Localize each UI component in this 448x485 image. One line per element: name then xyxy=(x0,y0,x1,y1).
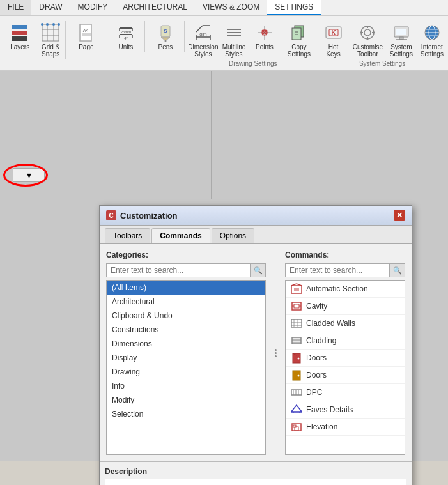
svg-text:S: S xyxy=(164,28,167,34)
menu-draw[interactable]: DRAW xyxy=(31,0,70,15)
points-button[interactable]: Points xyxy=(251,21,279,59)
svg-rect-43 xyxy=(292,28,301,40)
system-settings-label: System Settings xyxy=(359,60,405,67)
grid-snaps-button[interactable]: Grid &Snaps xyxy=(36,21,65,59)
category-item-display[interactable]: Display xyxy=(107,351,265,365)
category-item-all[interactable]: (All Items) xyxy=(107,281,265,295)
cladding-icon xyxy=(291,335,302,346)
category-item-drawing[interactable]: Drawing xyxy=(107,365,265,379)
pens-label: Pens xyxy=(158,43,173,50)
svg-point-9 xyxy=(46,23,49,26)
copy-settings-button[interactable]: Copy Settings xyxy=(281,21,317,59)
category-item-info[interactable]: Info xyxy=(107,379,265,393)
ml-label: MultilineStyles xyxy=(222,43,246,58)
svg-rect-1 xyxy=(12,31,27,35)
svg-rect-12 xyxy=(80,24,91,41)
category-item-arch[interactable]: Architectural xyxy=(107,295,265,309)
tab-toolbars[interactable]: Toolbars xyxy=(105,228,150,243)
cmd-doors-1[interactable]: Doors xyxy=(286,350,405,367)
layers-button[interactable]: Layers xyxy=(6,21,34,59)
svg-point-10 xyxy=(52,23,55,26)
svg-point-11 xyxy=(58,23,60,26)
customization-dialog: C Customization ✕ Toolbars Commands Opti… xyxy=(99,205,412,485)
description-label: Description xyxy=(105,467,406,476)
customise-toolbar-button[interactable]: CustomiseToolbar xyxy=(351,21,385,59)
svg-text:4": 4" xyxy=(124,36,127,40)
svg-rect-0 xyxy=(12,25,27,29)
commands-search-button[interactable]: 🔍 xyxy=(389,264,405,277)
commands-list: Automatic Section Cavity xyxy=(285,280,405,455)
cmd-cladding[interactable]: Cladding xyxy=(286,332,405,350)
cmd-dpc[interactable]: DPC xyxy=(286,384,405,401)
ribbon-content: Layers xyxy=(0,19,448,70)
commands-label: Commands: xyxy=(285,250,405,259)
svg-line-31 xyxy=(196,26,203,32)
dim-label: DimensionStyles xyxy=(188,43,218,58)
multiline-styles-button[interactable]: MultilineStyles xyxy=(220,21,248,59)
cladded-walls-icon xyxy=(291,318,302,329)
tab-commands[interactable]: Commands xyxy=(151,228,210,243)
menu-modify[interactable]: MODIFY xyxy=(70,0,116,15)
cmd-cladding-label: Cladding xyxy=(306,336,336,345)
splitter-dot-3 xyxy=(275,355,277,357)
cmd-eaves[interactable]: Eaves Details xyxy=(286,401,405,419)
menu-views-zoom[interactable]: VIEWS & ZOOM xyxy=(195,0,267,15)
dimension-styles-button[interactable]: dim DimensionStyles xyxy=(189,21,217,59)
categories-list: (All Items) Architectural Clipboard & Un… xyxy=(106,280,266,455)
splitter-dot-1 xyxy=(275,349,277,351)
category-item-constructions[interactable]: Constructions xyxy=(107,323,265,337)
units-icon: 26mm 4" xyxy=(116,22,136,43)
dialog-titlebar: C Customization ✕ xyxy=(100,206,412,226)
commands-search-input[interactable] xyxy=(286,264,389,277)
drawing-settings-label: Drawing Settings xyxy=(229,60,277,67)
category-item-modify[interactable]: Modify xyxy=(107,393,265,407)
svg-rect-72 xyxy=(294,304,299,308)
category-item-dimensions[interactable]: Dimensions xyxy=(107,337,265,351)
svg-text:26mm: 26mm xyxy=(121,30,132,34)
svg-point-50 xyxy=(364,29,371,36)
cavity-icon xyxy=(291,300,302,312)
cmd-elevation[interactable]: Elevation xyxy=(286,419,405,436)
panel-splitter[interactable] xyxy=(272,250,279,455)
tab-options[interactable]: Options xyxy=(212,228,254,243)
svg-text:K: K xyxy=(331,29,336,36)
svg-text:dim: dim xyxy=(199,32,206,36)
auto-section-icon xyxy=(291,283,302,295)
ribbon-drawing-items: dim DimensionStyles MultilineStyles xyxy=(189,21,317,59)
dpc-icon xyxy=(291,387,302,398)
vertical-divider xyxy=(211,71,212,199)
cmd-auto-section[interactable]: Automatic Section xyxy=(286,281,405,298)
hotkeys-icon: K xyxy=(323,22,344,43)
splitter-dot-2 xyxy=(275,352,277,354)
cmd-doors-2[interactable]: Doors xyxy=(286,367,405,384)
layers-label: Layers xyxy=(10,43,29,50)
units-label: Units xyxy=(118,43,133,50)
cmd-cladded-walls[interactable]: Cladded Walls xyxy=(286,315,405,332)
internet-settings-button[interactable]: InternetSettings xyxy=(418,21,446,59)
svg-text:A4: A4 xyxy=(83,28,89,33)
category-item-clipboard[interactable]: Clipboard & Undo xyxy=(107,309,265,323)
categories-search-button[interactable]: 🔍 xyxy=(250,264,265,277)
points-label: Points xyxy=(256,43,274,50)
cmd-doors-1-label: Doors xyxy=(306,353,327,362)
menu-architectural[interactable]: ARCHITECTURAL xyxy=(115,0,195,15)
hot-keys-button[interactable]: K Hot Keys xyxy=(318,21,348,59)
page-button[interactable]: A4 Page xyxy=(72,21,100,52)
custbar-label: CustomiseToolbar xyxy=(353,43,383,58)
menu-settings[interactable]: SETTINGS xyxy=(267,0,321,15)
commands-search-box: 🔍 xyxy=(285,263,405,277)
pens-button[interactable]: S Pens xyxy=(151,21,180,52)
category-item-selection[interactable]: Selection xyxy=(107,407,265,421)
ribbon-group-units: 26mm 4" Units xyxy=(107,21,145,52)
menu-file[interactable]: FILE xyxy=(0,0,31,15)
internet-icon xyxy=(422,22,442,43)
units-button[interactable]: 26mm 4" Units xyxy=(112,21,140,52)
categories-search-input[interactable] xyxy=(107,264,250,277)
system-settings-button[interactable]: SystemSettings xyxy=(387,21,415,59)
syssettings-icon xyxy=(391,22,412,43)
dialog-close-button[interactable]: ✕ xyxy=(394,210,405,221)
menu-bar: FILE DRAW MODIFY ARCHITECTURAL VIEWS & Z… xyxy=(0,0,448,16)
cmd-cavity[interactable]: Cavity xyxy=(286,298,405,315)
dropdown-button[interactable]: ▾ xyxy=(13,168,45,182)
categories-label: Categories: xyxy=(106,250,266,259)
